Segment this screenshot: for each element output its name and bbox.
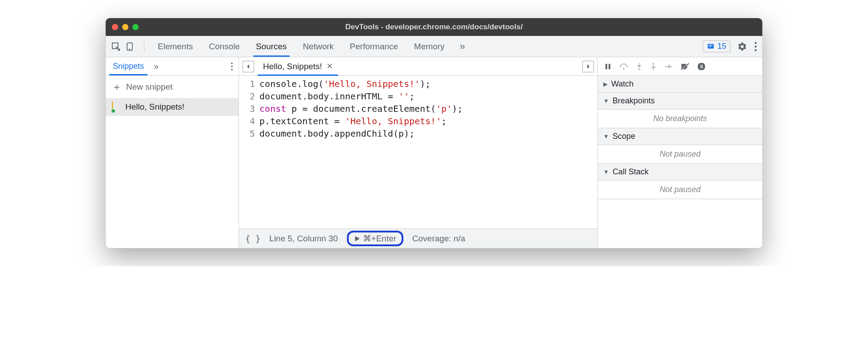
tab-sources[interactable]: Sources <box>248 36 295 57</box>
svg-point-5 <box>755 45 757 47</box>
tab-console[interactable]: Console <box>201 36 248 57</box>
svg-point-4 <box>755 42 757 43</box>
kebab-menu-icon[interactable] <box>754 42 757 51</box>
step-icon[interactable] <box>665 64 673 69</box>
section-breakpoints[interactable]: ▼Breakpoints <box>598 93 762 110</box>
close-tab-icon[interactable]: ✕ <box>326 62 333 71</box>
section-watch[interactable]: ▶Watch <box>598 76 762 93</box>
svg-point-12 <box>623 68 625 70</box>
settings-gear-icon[interactable] <box>737 42 747 51</box>
deactivate-breakpoints-icon[interactable] <box>681 63 689 71</box>
issues-count: 15 <box>717 42 726 51</box>
triangle-down-icon: ▼ <box>603 133 609 140</box>
triangle-down-icon: ▼ <box>603 169 609 175</box>
section-body: Not paused <box>598 181 762 199</box>
pause-icon[interactable] <box>604 63 611 70</box>
run-snippet-button[interactable]: ⌘+Enter <box>347 231 404 246</box>
new-snippet-button[interactable]: ＋ New snippet <box>106 76 239 98</box>
nav-back-icon[interactable] <box>243 61 254 72</box>
navigator-menu-icon[interactable] <box>231 62 233 71</box>
snippet-item-label: Hello, Snippets! <box>125 102 184 112</box>
tab-network[interactable]: Network <box>295 36 342 57</box>
tab-performance[interactable]: Performance <box>342 36 406 57</box>
section-label: Breakpoints <box>613 96 655 106</box>
step-over-icon[interactable] <box>619 63 628 70</box>
section-body: Not paused <box>598 145 762 164</box>
window-titlebar: DevTools - developer.chrome.com/docs/dev… <box>106 18 762 36</box>
snippet-file-icon <box>112 102 121 112</box>
issues-badge[interactable]: 15 <box>703 40 730 52</box>
section-label: Call Stack <box>613 167 649 177</box>
snippets-tab[interactable]: Snippets <box>111 57 146 75</box>
main-toolbar: ElementsConsoleSourcesNetworkPerformance… <box>106 36 762 57</box>
section-label: Watch <box>611 79 633 89</box>
more-navigator-tabs-icon[interactable]: » <box>154 61 159 71</box>
svg-point-13 <box>638 68 640 70</box>
editor-file-tab[interactable]: Hello, Snippets! ✕ <box>258 57 338 75</box>
panel-tabs: ElementsConsoleSourcesNetworkPerformance… <box>150 36 453 57</box>
svg-rect-18 <box>701 65 701 68</box>
step-out-icon[interactable] <box>650 63 657 71</box>
svg-point-7 <box>231 62 233 64</box>
device-toggle-icon[interactable] <box>125 42 134 51</box>
tab-memory[interactable]: Memory <box>406 36 453 57</box>
svg-point-8 <box>231 66 233 67</box>
pause-on-exceptions-icon[interactable] <box>697 63 705 71</box>
navigator-tabs: Snippets » <box>106 57 239 76</box>
snippet-list-item[interactable]: Hello, Snippets! <box>106 98 239 116</box>
editor-tabbar: Hello, Snippets! ✕ <box>239 57 597 76</box>
inspect-element-icon[interactable] <box>111 42 121 51</box>
triangle-down-icon: ▼ <box>603 98 609 104</box>
new-snippet-label: New snippet <box>126 82 173 92</box>
svg-point-15 <box>671 66 673 67</box>
code-editor[interactable]: 12345 console.log('Hello, Snippets!');do… <box>239 76 597 228</box>
editor-statusbar: { } Line 5, Column 30 ⌘+Enter Coverage: … <box>239 228 597 248</box>
window-controls <box>112 24 139 30</box>
window-title: DevTools - developer.chrome.com/docs/dev… <box>106 23 762 31</box>
navigator-pane: Snippets » ＋ New snippet Hello, Snippets… <box>106 57 239 248</box>
content-area: Snippets » ＋ New snippet Hello, Snippets… <box>106 57 762 248</box>
svg-rect-19 <box>702 65 703 68</box>
nav-forward-icon[interactable] <box>582 61 594 72</box>
divider <box>144 41 144 52</box>
svg-point-14 <box>653 63 654 65</box>
section-body: No breakpoints <box>598 110 762 128</box>
step-into-icon[interactable] <box>636 63 642 71</box>
run-shortcut-label: ⌘+Enter <box>363 233 397 244</box>
more-tabs-icon[interactable]: » <box>455 41 470 52</box>
file-tab-label: Hello, Snippets! <box>263 62 322 71</box>
format-braces-icon[interactable]: { } <box>245 234 260 244</box>
svg-rect-11 <box>609 64 610 69</box>
section-scope[interactable]: ▼Scope <box>598 128 762 145</box>
code-content: console.log('Hello, Snippets!');document… <box>259 78 463 228</box>
svg-point-6 <box>755 49 757 51</box>
section-label: Scope <box>613 132 635 141</box>
section-call-stack[interactable]: ▼Call Stack <box>598 164 762 181</box>
cursor-position: Line 5, Column 30 <box>269 234 338 244</box>
debugger-pane: ▶Watch▼BreakpointsNo breakpoints▼ScopeNo… <box>598 57 762 248</box>
minimize-window-icon[interactable] <box>122 24 128 30</box>
line-gutter: 12345 <box>239 78 259 228</box>
editor-pane: Hello, Snippets! ✕ 12345 console.log('He… <box>239 57 598 248</box>
coverage-status: Coverage: n/a <box>412 234 465 244</box>
zoom-window-icon[interactable] <box>132 24 139 30</box>
tab-elements[interactable]: Elements <box>150 36 201 57</box>
svg-rect-10 <box>605 64 607 69</box>
plus-icon: ＋ <box>112 80 122 94</box>
triangle-right-icon: ▶ <box>603 81 608 87</box>
debugger-toolbar <box>598 57 762 76</box>
close-window-icon[interactable] <box>112 24 118 30</box>
devtools-window: DevTools - developer.chrome.com/docs/dev… <box>105 18 763 248</box>
svg-point-9 <box>231 69 233 71</box>
